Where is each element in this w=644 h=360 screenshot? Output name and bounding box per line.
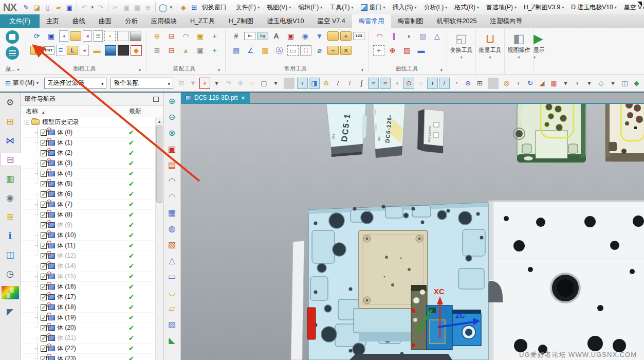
- circle-center-icon[interactable]: ⊙: [403, 78, 414, 89]
- parallel-lines-icon[interactable]: ∥: [388, 29, 400, 43]
- 3d-scene[interactable]: UG爱好者论坛 WWW.UGSNX.COM: [181, 104, 644, 360]
- ribbon-tab[interactable]: 主页: [40, 14, 66, 28]
- visualization-eye-icon[interactable]: ◉: [2, 191, 19, 204]
- ruled-surface-icon[interactable]: ◠: [165, 190, 179, 204]
- boxed-cube-icon[interactable]: ▣: [284, 29, 297, 43]
- paste-icon[interactable]: ▤: [132, 2, 142, 12]
- move-rotate-icon[interactable]: ↷: [223, 78, 234, 89]
- trimmed-solid-icon[interactable]: ▨: [165, 317, 179, 332]
- separator[interactable]: [284, 78, 295, 89]
- navigator-scrollbar[interactable]: [155, 117, 163, 360]
- tree-row[interactable]: 体 (15) ✔: [21, 272, 155, 282]
- fit-grid-icon[interactable]: ▦: [548, 78, 559, 89]
- display-button[interactable]: ▶ 显示: [533, 28, 544, 74]
- web-page-icon[interactable]: ◫: [2, 248, 19, 261]
- prt-format-icon[interactable]: PRT: [43, 46, 54, 55]
- save-part-icon[interactable]: ▣: [45, 29, 58, 43]
- new-file-icon[interactable]: ▯: [43, 2, 53, 12]
- checkbox-icon[interactable]: [41, 304, 47, 311]
- grid-icon[interactable]: #: [230, 29, 243, 43]
- touch-brush-icon[interactable]: ◆: [178, 2, 189, 12]
- dashed-circle-target-icon[interactable]: ◌: [247, 78, 257, 89]
- ribbon-tab[interactable]: 梅雷制图: [391, 14, 430, 28]
- selection-scope-combo[interactable]: 整个装配: [111, 78, 173, 89]
- capture-icon[interactable]: ⊕: [143, 2, 153, 12]
- plus-snap-icon[interactable]: +: [427, 78, 438, 89]
- journal-pen-icon[interactable]: ✎: [21, 2, 31, 12]
- tree-row[interactable]: 体 (7) ✔: [21, 200, 155, 210]
- color-palette-icon[interactable]: ▞: [2, 286, 19, 299]
- add-assembly-icon[interactable]: +: [208, 29, 221, 43]
- rect-caret-icon[interactable]: ▾: [270, 78, 281, 89]
- render-style-icon[interactable]: ◗: [572, 78, 583, 89]
- swept-surface-icon[interactable]: ◠: [165, 174, 179, 188]
- ribbon-tab[interactable]: H_Z工具: [183, 14, 222, 28]
- checkbox-icon[interactable]: [41, 150, 47, 156]
- reuse-library-icon[interactable]: ▥: [2, 172, 19, 185]
- thicken-sheet-icon[interactable]: ▱: [165, 301, 179, 316]
- through-curves-icon[interactable]: ▦: [165, 206, 179, 220]
- checkbox-icon[interactable]: [41, 253, 47, 259]
- part-sync-icon[interactable]: ⟳: [30, 29, 43, 43]
- cylinder-target-icon[interactable]: ⊕: [386, 44, 399, 57]
- intersect-icon[interactable]: ⊗: [165, 126, 179, 140]
- units-kg-icon[interactable]: kg: [257, 32, 268, 40]
- command-list-button[interactable]: [6, 46, 19, 60]
- mesh-point-icon[interactable]: ⊛: [463, 78, 473, 89]
- menu-item[interactable]: D 进玉电极V10: [567, 3, 620, 12]
- stamp-cube-icon[interactable]: ▪: [104, 31, 116, 41]
- tree-row[interactable]: 体 (20) ✔: [21, 323, 155, 333]
- fillet-curve-icon[interactable]: ∫: [356, 78, 367, 89]
- checkbox-icon[interactable]: [41, 171, 47, 177]
- text-icon[interactable]: A: [270, 29, 283, 43]
- ribbon-tab[interactable]: 曲面: [92, 14, 118, 28]
- tree-row[interactable]: 体 (1) ✔: [21, 138, 155, 148]
- style-caret-icon[interactable]: ▾: [584, 78, 595, 89]
- dynamic-move-icon[interactable]: ⊕: [321, 78, 332, 89]
- separator[interactable]: [176, 2, 176, 12]
- checkbox-icon[interactable]: [41, 325, 47, 331]
- column-header-name[interactable]: 名称: [26, 107, 38, 116]
- tree-row[interactable]: 体 (18) ✔: [21, 302, 155, 313]
- copy-icon[interactable]: ▣: [121, 2, 132, 12]
- assembly-sequence-icon[interactable]: ⊞: [176, 78, 187, 89]
- history-clock-icon[interactable]: ◷: [2, 267, 19, 280]
- tree-row[interactable]: 体 (19) ✔: [21, 313, 155, 323]
- checkbox-icon[interactable]: [41, 130, 47, 136]
- screen-split-button[interactable]: [6, 30, 19, 44]
- menu-item[interactable]: 视图(V): [263, 3, 295, 12]
- checkbox-icon[interactable]: [41, 346, 47, 352]
- brick-icon[interactable]: ▧: [416, 29, 429, 43]
- face-point-icon[interactable]: ◔: [451, 78, 462, 89]
- arc-icon[interactable]: ◠: [373, 29, 386, 43]
- calculator-icon[interactable]: 123: [353, 32, 364, 40]
- part-list-icon[interactable]: ☰: [94, 30, 103, 42]
- filter-funnel-icon[interactable]: ▼: [188, 78, 198, 89]
- tree-row[interactable]: 体 (22) ✔: [21, 344, 155, 354]
- line-point-icon[interactable]: /: [344, 78, 355, 89]
- catalog-book-icon[interactable]: ▤: [230, 44, 243, 57]
- curved-sheet-icon[interactable]: ◡: [165, 285, 179, 300]
- tree-row[interactable]: 体 (14) ✔: [21, 261, 155, 272]
- tree-row[interactable]: 体 (2) ✔: [21, 148, 155, 158]
- column-header-latest[interactable]: 最新: [129, 107, 163, 116]
- menu-item[interactable]: 窗口: [357, 3, 389, 12]
- open-file-icon[interactable]: ▰: [53, 2, 64, 12]
- point-constructor-icon[interactable]: +: [392, 78, 402, 89]
- checkbox-icon[interactable]: [41, 222, 47, 228]
- checkbox-icon[interactable]: [41, 202, 47, 208]
- menu-item[interactable]: 编辑(E): [295, 3, 326, 12]
- add-component-icon[interactable]: ⊕: [151, 29, 163, 43]
- trim-box-icon[interactable]: ▭: [165, 269, 179, 284]
- red-frame-cube-icon[interactable]: ◆: [131, 45, 142, 56]
- checkbox-icon[interactable]: [41, 335, 47, 341]
- menu-button[interactable]: ⊞ 菜单(M): [2, 79, 42, 87]
- dashed-box-icon[interactable]: ▭: [287, 45, 299, 56]
- assembly-navigator-icon[interactable]: ⊞: [2, 115, 19, 128]
- pin-icon[interactable]: [637, 2, 642, 6]
- pattern-component-icon[interactable]: ▣: [194, 44, 207, 57]
- shaded-edges-icon[interactable]: ◨: [309, 78, 320, 89]
- separator[interactable]: [108, 2, 108, 12]
- mirror-body-icon[interactable]: ◑: [402, 29, 415, 43]
- menu-item[interactable]: 分析(L): [420, 3, 451, 12]
